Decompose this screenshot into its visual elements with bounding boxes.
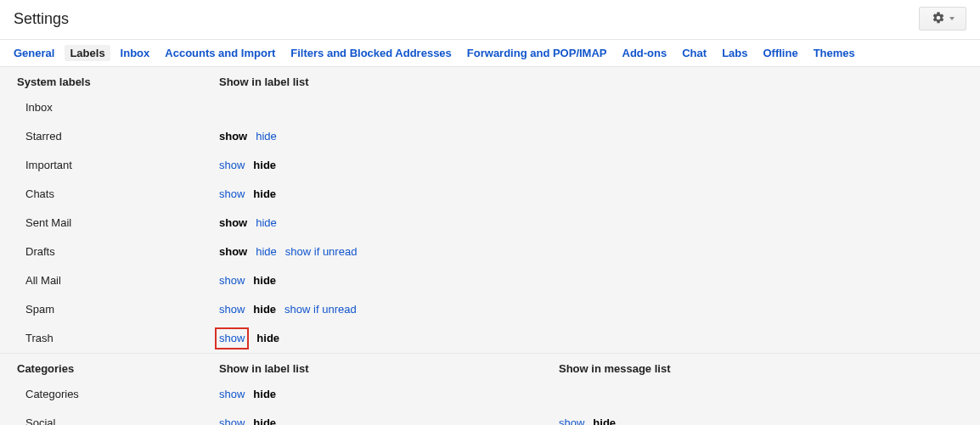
section-header-system-labels: System labels Show in label list xyxy=(0,67,980,93)
show-if-unread-spam[interactable]: show if unread xyxy=(284,300,357,319)
tab-add-ons[interactable]: Add-ons xyxy=(622,47,667,59)
gear-icon xyxy=(932,11,945,27)
row-inbox: Inbox xyxy=(0,93,980,122)
row-label-all-mail: All Mail xyxy=(14,271,219,290)
show-trash-highlight: show xyxy=(215,327,249,350)
row-actions-inbox xyxy=(219,98,559,117)
row-actions-starred: showhide xyxy=(219,127,559,146)
hide-spam: hide xyxy=(253,300,276,319)
show-if-unread-drafts[interactable]: show if unread xyxy=(285,243,358,261)
tab-inbox[interactable]: Inbox xyxy=(121,47,150,59)
row-label-drafts: Drafts xyxy=(14,243,219,261)
tab-chat[interactable]: Chat xyxy=(682,47,707,59)
row-social: Socialshowhideshowhide xyxy=(0,409,980,425)
show-social[interactable]: show xyxy=(219,414,245,425)
hide-drafts[interactable]: hide xyxy=(256,243,277,261)
tab-accounts-and-import[interactable]: Accounts and Import xyxy=(165,47,275,59)
show-starred: show xyxy=(219,127,247,146)
tab-offline[interactable]: Offline xyxy=(763,47,797,59)
row-label-important: Important xyxy=(14,156,219,175)
column-header-show-msg-list: Show in message list xyxy=(559,362,966,375)
row-all-mail: All Mailshowhide xyxy=(0,266,980,295)
column-header-show-label-list: Show in label list xyxy=(219,75,559,88)
tabs: GeneralLabelsInboxAccounts and ImportFil… xyxy=(0,40,980,67)
show-important[interactable]: show xyxy=(219,156,245,175)
row-actions-important: showhide xyxy=(219,156,559,175)
show-chats[interactable]: show xyxy=(219,185,245,204)
tab-labels[interactable]: Labels xyxy=(65,45,110,61)
row-actions-social: showhide xyxy=(219,414,559,425)
row-actions-chats: showhide xyxy=(219,185,559,204)
show-trash[interactable]: show xyxy=(219,332,245,344)
tab-forwarding-and-pop-imap[interactable]: Forwarding and POP/IMAP xyxy=(467,47,607,59)
row-actions-trash: showhide xyxy=(219,329,559,348)
row-actions-drafts: showhideshow if unread xyxy=(219,243,559,261)
row-sent-mail: Sent Mailshowhide xyxy=(0,209,980,238)
row-spam: Spamshowhideshow if unread xyxy=(0,295,980,324)
row-label-spam: Spam xyxy=(14,300,219,319)
row-chats: Chatsshowhide xyxy=(0,180,980,209)
row-label-chats: Chats xyxy=(14,185,219,204)
row-actions-all-mail: showhide xyxy=(219,271,559,290)
hide-important: hide xyxy=(253,156,276,175)
column-header-system-labels: System labels xyxy=(14,75,219,88)
hide-chats: hide xyxy=(253,185,276,204)
hide-sent-mail[interactable]: hide xyxy=(256,214,277,232)
hide-social: hide xyxy=(253,414,276,425)
column-header-categories: Categories xyxy=(14,362,219,375)
row-actions-spam: showhideshow if unread xyxy=(219,300,559,319)
row-label-social: Social xyxy=(14,414,219,425)
row-drafts: Draftsshowhideshow if unread xyxy=(0,238,980,266)
row-msg-social: showhide xyxy=(559,414,966,425)
tab-labs[interactable]: Labs xyxy=(722,47,747,59)
gear-button[interactable] xyxy=(919,7,966,31)
msg-hide-social: hide xyxy=(593,414,616,425)
column-header-show-label-list-2: Show in label list xyxy=(219,362,559,375)
row-actions-categories: showhide xyxy=(219,385,559,404)
row-msg-categories xyxy=(559,385,966,404)
tab-themes[interactable]: Themes xyxy=(814,47,855,59)
show-categories[interactable]: show xyxy=(219,385,245,404)
row-starred: Starredshowhide xyxy=(0,122,980,151)
show-sent-mail: show xyxy=(219,214,247,232)
hide-categories: hide xyxy=(253,385,276,404)
row-categories: Categoriesshowhide xyxy=(0,380,980,409)
msg-show-social[interactable]: show xyxy=(559,414,584,425)
tab-filters-and-blocked-addresses[interactable]: Filters and Blocked Addresses xyxy=(290,47,452,59)
hide-all-mail: hide xyxy=(253,271,276,290)
row-label-starred: Starred xyxy=(14,127,219,146)
show-drafts: show xyxy=(219,243,247,261)
row-actions-sent-mail: showhide xyxy=(219,214,559,232)
row-label-categories: Categories xyxy=(14,385,219,404)
hide-starred[interactable]: hide xyxy=(256,127,277,146)
row-important: Importantshowhide xyxy=(0,151,980,180)
row-trash: Trashshowhide xyxy=(0,324,980,353)
chevron-down-icon xyxy=(949,17,955,20)
page-title: Settings xyxy=(14,10,69,28)
show-all-mail[interactable]: show xyxy=(219,271,245,290)
row-label-trash: Trash xyxy=(14,329,219,348)
hide-trash: hide xyxy=(256,329,279,348)
show-spam[interactable]: show xyxy=(219,300,245,319)
tab-general[interactable]: General xyxy=(14,47,54,59)
row-label-inbox: Inbox xyxy=(14,98,219,117)
row-label-sent-mail: Sent Mail xyxy=(14,214,219,232)
section-header-categories: Categories Show in label list Show in me… xyxy=(0,353,980,380)
